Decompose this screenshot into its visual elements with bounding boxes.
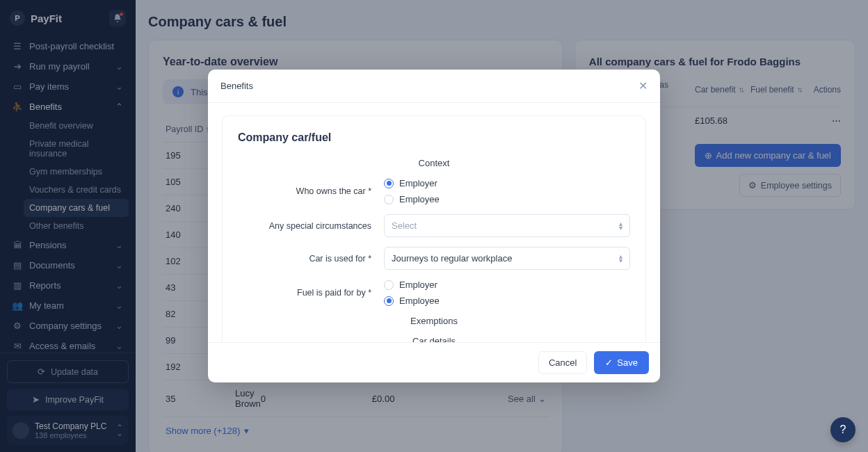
radio-icon: [384, 296, 394, 306]
section-car-details: Car details: [238, 336, 630, 342]
radio-icon: [384, 179, 394, 188]
owner-radio-group: Employer Employee: [384, 178, 630, 204]
modal-footer: Cancel ✓ Save: [208, 342, 660, 382]
button-label: Save: [617, 357, 638, 368]
label-fuel: Fuel is paid for by *: [238, 288, 384, 298]
updown-icon: ▴▾: [619, 222, 622, 230]
benefits-modal: Benefits ✕ Company car/fuel Context Who …: [208, 70, 660, 382]
radio-fuel-employee[interactable]: Employee: [384, 296, 630, 306]
modal-body: Company car/fuel Context Who owns the ca…: [208, 103, 660, 342]
radio-icon: [384, 195, 394, 204]
button-label: Cancel: [549, 357, 577, 368]
radio-label: Employer: [399, 178, 437, 188]
question-icon: ?: [840, 423, 846, 436]
cancel-button[interactable]: Cancel: [538, 351, 587, 374]
label-owner: Who owns the car *: [238, 186, 384, 196]
radio-icon: [384, 280, 394, 290]
used-for-select[interactable]: Journeys to regular workplace ▴▾: [384, 247, 630, 270]
radio-label: Employee: [399, 296, 440, 306]
help-fab[interactable]: ?: [830, 417, 855, 442]
check-icon: ✓: [605, 357, 613, 368]
save-button[interactable]: ✓ Save: [594, 351, 649, 374]
row-fuel: Fuel is paid for by * Employer Employee: [238, 280, 630, 306]
select-value: Journeys to regular workplace: [392, 253, 512, 264]
fuel-radio-group: Employer Employee: [384, 280, 630, 306]
radio-fuel-employer[interactable]: Employer: [384, 280, 630, 290]
radio-label: Employee: [399, 194, 440, 204]
special-select[interactable]: Select ▴▾: [384, 214, 630, 237]
label-used-for: Car is used for *: [238, 254, 384, 264]
section-exemptions: Exemptions: [238, 316, 630, 326]
modal-overlay: Benefits ✕ Company car/fuel Context Who …: [0, 0, 868, 452]
radio-employee[interactable]: Employee: [384, 194, 630, 204]
row-special: Any special circumstances Select ▴▾: [238, 214, 630, 237]
close-icon[interactable]: ✕: [638, 79, 648, 92]
radio-employer[interactable]: Employer: [384, 178, 630, 188]
modal-header: Benefits ✕: [208, 70, 660, 103]
modal-card: Company car/fuel Context Who owns the ca…: [222, 115, 646, 342]
modal-title: Benefits: [220, 81, 253, 91]
updown-icon: ▴▾: [619, 255, 622, 263]
section-context: Context: [238, 158, 630, 168]
radio-label: Employer: [399, 280, 437, 290]
label-special: Any special circumstances: [238, 221, 384, 231]
row-owner: Who owns the car * Employer Employee: [238, 178, 630, 204]
select-placeholder: Select: [392, 220, 417, 231]
card-title: Company car/fuel: [238, 131, 630, 144]
row-used-for: Car is used for * Journeys to regular wo…: [238, 247, 630, 270]
